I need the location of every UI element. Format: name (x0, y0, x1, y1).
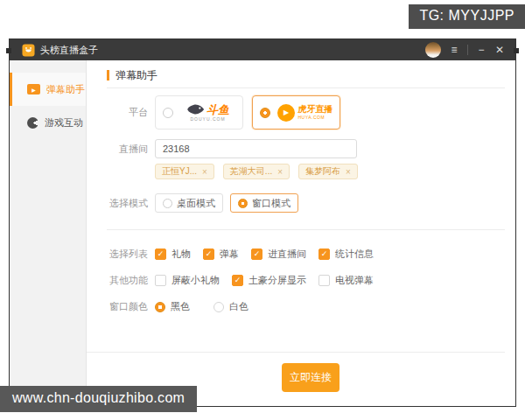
user-avatar[interactable] (425, 42, 441, 58)
platform-row: 平台 (87, 95, 505, 130)
sidebar: ▶ 弹幕助手 游戏互动 (10, 60, 87, 406)
checkbox-unchecked-icon[interactable] (318, 275, 330, 286)
tag-label: 集梦阿布 (305, 165, 340, 178)
close-button[interactable]: ✕ (494, 45, 505, 55)
divider (107, 229, 505, 230)
platform-option-douyu[interactable]: 斗鱼 DOUYU.COM (155, 95, 243, 130)
list-label: 选择列表 (87, 248, 155, 261)
titlebar-divider (467, 45, 468, 55)
radio-color-white[interactable]: 白色 (214, 300, 248, 313)
checkbox-label: 弹幕 (220, 248, 239, 261)
checkbox-block-small-gifts[interactable]: 屏蔽小礼物 (155, 274, 220, 287)
mode-option-desktop[interactable]: 桌面模式 (155, 193, 223, 213)
radio-unchecked-icon[interactable] (163, 108, 173, 118)
sidebar-item-danmaku-helper[interactable]: ▶ 弹幕助手 (10, 73, 86, 106)
douyu-fish-icon (186, 103, 205, 116)
website-badge: www.chn-douqiuzhibo.com (0, 386, 197, 412)
checkbox-unchecked-icon[interactable] (155, 275, 166, 286)
tags-row: 正恒YJ... × 芜湖大司... × 集梦阿布 × (87, 164, 505, 179)
platform-option-huya[interactable]: ▶ 虎牙直播 HUYA.COM (252, 95, 340, 130)
divider (107, 88, 505, 88)
screenshot-canvas: TG: MYYJJPP 头榜直播盒子 ≡ − ✕ (0, 0, 525, 420)
color-label: 窗口颜色 (87, 300, 155, 313)
radio-checked-icon[interactable] (155, 302, 165, 312)
tag-remove-icon[interactable]: × (277, 167, 283, 177)
resize-handle[interactable] (514, 48, 519, 53)
huya-logo: ▶ 虎牙直播 HUYA.COM (270, 104, 340, 122)
app-window: 头榜直播盒子 ≡ − ✕ ▶ 弹幕助手 游戏互动 (9, 38, 516, 407)
checkbox-tv-danmaku[interactable]: 电视弹幕 (318, 274, 374, 287)
checkbox-checked-icon[interactable]: ✓ (232, 275, 243, 286)
radio-unchecked-icon[interactable] (214, 302, 224, 312)
checkbox-checked-icon[interactable]: ✓ (203, 248, 214, 260)
main-panel: 弹幕助手 平台 (87, 60, 515, 406)
huya-tiger-icon: ▶ (277, 104, 295, 122)
radio-label: 黑色 (171, 300, 190, 313)
douyu-logo: 斗鱼 DOUYU.COM (173, 103, 242, 122)
mode-row: 选择模式 桌面模式 窗口模式 (87, 193, 505, 213)
checkbox-label: 屏蔽小礼物 (172, 274, 220, 287)
other-functions-row: 其他功能 屏蔽小礼物 ✓ 土豪分屏显示 电视弹幕 (87, 274, 505, 287)
sidebar-item-game-interaction[interactable]: 游戏互动 (10, 106, 86, 139)
checkbox-label: 统计信息 (335, 248, 374, 261)
checkbox-enter-room[interactable]: ✓ 进直播间 (251, 248, 306, 261)
checkbox-danmaku[interactable]: ✓ 弹幕 (203, 248, 239, 261)
tg-contact-badge: TG: MYYJJPP (409, 4, 525, 29)
checkbox-checked-icon[interactable]: ✓ (318, 248, 330, 260)
platform-label: 平台 (87, 106, 155, 119)
checkbox-rich-split-screen[interactable]: ✓ 土豪分屏显示 (232, 274, 306, 287)
game-interaction-icon (27, 117, 38, 129)
tag-remove-icon[interactable]: × (202, 167, 207, 177)
title-bar[interactable]: 头榜直播盒子 ≡ − ✕ (10, 39, 515, 60)
checkbox-label: 电视弹幕 (335, 274, 374, 287)
tag-label: 芜湖大司... (230, 165, 272, 178)
sidebar-item-label: 弹幕助手 (46, 83, 85, 96)
mode-option-window[interactable]: 窗口模式 (230, 193, 298, 213)
resize-handle[interactable] (6, 48, 11, 53)
radio-checked-icon[interactable] (260, 108, 270, 118)
room-row: 直播间 (87, 139, 505, 158)
checkbox-label: 进直播间 (268, 248, 306, 261)
checkbox-checked-icon[interactable]: ✓ (155, 248, 166, 260)
mode-option-label: 窗口模式 (252, 197, 290, 210)
checkbox-label: 礼物 (172, 248, 191, 261)
list-options-row: 选择列表 ✓ 礼物 ✓ 弹幕 ✓ 进直播间 ✓ 统计信 (87, 248, 505, 261)
checkbox-label: 土豪分屏显示 (248, 274, 306, 287)
danmaku-helper-icon: ▶ (27, 84, 40, 94)
checkbox-checked-icon[interactable]: ✓ (251, 248, 262, 260)
mode-label: 选择模式 (87, 197, 155, 210)
tag-label: 正恒YJ... (162, 165, 197, 178)
connect-now-button[interactable]: 立即连接 (282, 363, 340, 392)
checkbox-statistics[interactable]: ✓ 统计信息 (318, 248, 374, 261)
app-logo-icon (22, 44, 35, 57)
radio-label: 白色 (229, 300, 248, 313)
minimize-button[interactable]: − (476, 45, 486, 55)
room-id-input[interactable] (155, 139, 357, 158)
divider (87, 352, 505, 353)
checkbox-gifts[interactable]: ✓ 礼物 (155, 248, 191, 261)
streamer-tag[interactable]: 芜湖大司... × (223, 164, 290, 179)
radio-checked-icon[interactable] (238, 199, 248, 208)
streamer-tag[interactable]: 集梦阿布 × (298, 164, 358, 179)
radio-unchecked-icon[interactable] (163, 199, 172, 208)
tag-remove-icon[interactable]: × (346, 167, 351, 177)
section-accent-bar (107, 70, 109, 80)
other-label: 其他功能 (87, 274, 155, 287)
room-label: 直播间 (87, 143, 155, 156)
streamer-tag[interactable]: 正恒YJ... × (155, 164, 214, 179)
section-header: 弹幕助手 (107, 69, 505, 81)
radio-color-black[interactable]: 黑色 (155, 300, 190, 313)
app-title: 头榜直播盒子 (40, 44, 98, 57)
section-title: 弹幕助手 (116, 68, 158, 83)
menu-icon[interactable]: ≡ (449, 45, 459, 55)
window-color-row: 窗口颜色 黑色 白色 (87, 300, 505, 313)
sidebar-item-label: 游戏互动 (45, 116, 83, 130)
mode-option-label: 桌面模式 (177, 197, 215, 210)
